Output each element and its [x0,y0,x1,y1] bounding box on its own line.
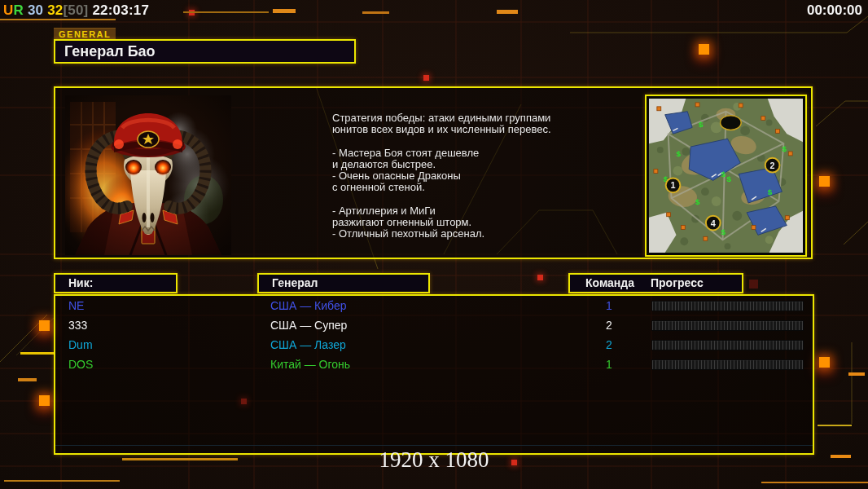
page-title: Генерал Бао [64,43,156,59]
column-header-team-progress: Команда Прогресс [568,273,743,293]
strategy-line [332,134,601,146]
strategy-line: с огненной стеной. [332,181,601,192]
progress-header-label: Прогресс [651,275,704,292]
status-part: [50] [63,2,88,18]
player-general: США — Лазер [270,338,498,352]
general-portrait [65,95,231,255]
svg-text:$: $ [695,197,700,206]
orange-line-decoration [183,11,269,13]
svg-text:$: $ [726,174,731,183]
team-header-label: Команда [585,275,634,292]
strategy-line: - Мастера Боя стоят дешевле [332,147,601,158]
svg-text:2: 2 [770,161,775,170]
minimap-start-4: 4 [706,216,721,231]
glow-square-decoration [39,395,50,406]
svg-text:$: $ [721,170,726,178]
glow-square-decoration [699,44,709,55]
orange-dash-decoration [362,11,389,14]
player-team: 1 [594,358,624,372]
loading-screen: UR 30 32[50] 22:03:17 00:00:00 GENERAL Г… [0,0,868,489]
progress-bar [651,340,804,350]
network-status-bar: UR 30 32[50] 22:03:17 [3,2,149,19]
orange-dash-decoration [497,10,518,14]
orange-line-decoration [4,480,120,482]
progress-bar [651,301,804,311]
yellow-dash-decoration [20,352,55,355]
portrait-vignette [65,95,231,255]
svg-text:4: 4 [711,218,716,228]
player-general: США — Супер [270,319,498,333]
general-title-box: Генерал Бао [54,39,356,64]
red-square-decoration [423,75,429,81]
column-header-nick: Ник: [54,273,178,293]
strategy-line: и делаются быстрее. [332,158,601,170]
player-row: 333 США — Супер 2 [55,319,813,333]
status-part: R [13,2,23,18]
red-square-decoration [537,275,543,280]
status-underline-decoration [0,19,116,20]
progress-bar [651,359,804,370]
svg-text:$: $ [676,149,681,158]
player-row: Dum США — Лазер 2 [55,338,813,353]
glow-square-decoration [39,320,50,331]
strategy-description: Стратегия победы: атаки едиными группами… [332,112,601,239]
player-general: США — Кибер [270,299,498,313]
strategy-line [332,192,601,204]
column-header-general: Генерал [257,273,430,293]
table-inner-line-decoration [55,445,813,446]
strategy-line: Стратегия победы: атаки едиными группами [332,112,601,123]
player-nick: 333 [68,319,191,333]
general-header-label: Генерал [272,276,318,289]
minimap-empty-slot [721,116,742,130]
minimap-image: $ $ $ $ $ $ $ $ $ 1 2 [649,99,803,253]
orange-dash-decoration [18,378,37,381]
glow-square-decoration [819,176,830,187]
progress-bar [651,320,804,331]
player-nick: NE [68,299,191,313]
orange-dash-decoration [273,9,296,13]
player-team: 1 [594,299,624,313]
players-table: NE США — Кибер 1 333 США — Супер 2 Dum С… [54,294,814,455]
map-preview: $ $ $ $ $ $ $ $ $ 1 2 [645,95,807,257]
orange-line-decoration [761,482,868,483]
player-team: 2 [594,338,624,352]
svg-text:1: 1 [671,180,676,190]
status-clock: 22:03:17 [88,2,149,18]
status-part: U [3,2,13,18]
player-nick: DOS [68,358,191,372]
strategy-line: - Очень опасные Драконы [332,170,601,181]
minimap-start-2: 2 [765,158,780,173]
nick-header-label: Ник: [68,276,93,289]
player-general: Китай — Огонь [270,358,498,372]
svg-text:$: $ [699,120,704,129]
minimap-start-1: 1 [666,178,681,192]
svg-text:$: $ [782,144,787,153]
svg-text:$: $ [768,187,773,196]
strategy-line: юнитов всех видов и их численный перевес… [332,123,601,134]
player-nick: Dum [68,338,191,352]
player-row: NE США — Кибер 1 [55,299,813,314]
resolution-label: 1920 x 1080 [0,447,868,473]
player-team: 2 [594,319,624,333]
dim-square-decoration [749,280,758,289]
strategy-line: - Артиллерия и МиГи [332,205,601,216]
yellow-line-decoration [818,425,852,426]
strategy-line: - Отличный пехотный арсенал. [332,227,601,239]
status-part: 30 [24,2,43,18]
game-timer: 00:00:00 [807,2,862,19]
general-tab-label: GENERAL [54,28,116,39]
strategy-line: разжигают огненный шторм. [332,216,601,227]
svg-text:$: $ [721,227,726,236]
player-row: DOS Китай — Огонь 1 [55,358,813,372]
status-part: 32 [43,2,63,18]
orange-dash-decoration [848,372,865,376]
glow-square-decoration [819,357,830,368]
